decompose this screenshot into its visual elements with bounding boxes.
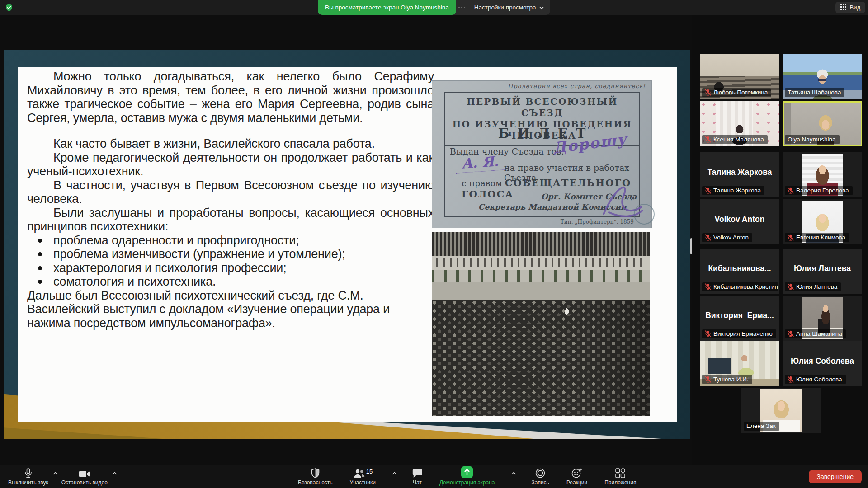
toolbar-button-microphone[interactable]: Выключить звук [6, 465, 50, 488]
participants-count-badge: 15 [366, 468, 373, 475]
participant-name-label: Ксения Малянова [702, 135, 768, 144]
security-shield-icon [5, 3, 14, 12]
participant-name-label: Юлия Соболева [785, 375, 846, 384]
participant-tile[interactable]: Анна Шаманина [783, 296, 862, 341]
slide-paragraph: Были заслушаны и проработаны вопросы, ка… [27, 206, 434, 234]
participant-name-label: Olya Naymushina [785, 135, 840, 144]
participant-tile[interactable]: Любовь Потемкина [700, 54, 779, 99]
participant-tile[interactable]: Валерия Горелова [783, 152, 862, 197]
participant-tile[interactable]: Юлия СоболеваЮлия Соболева [783, 341, 862, 386]
toolbar-button-label: Выключить звук [8, 480, 48, 485]
shield-icon [311, 468, 320, 478]
participant-name-label: Любовь Потемкина [702, 88, 771, 97]
participant-tile[interactable]: Татьяна Шабанова [783, 54, 862, 99]
participant-tile[interactable]: Кибальникова...Кибальникова Кристина [700, 249, 779, 294]
toolbar-button-reactions[interactable]: Реакции [565, 465, 589, 488]
toolbar-button-label: Участники [350, 480, 376, 485]
mic-off-icon [705, 376, 711, 383]
participant-name-text: Olya Naymushina [788, 136, 836, 143]
participant-display-name: Юлия Лаптева [783, 264, 862, 273]
participant-name-text: Талина Жаркова [713, 187, 761, 194]
congress-ticket-image: Пролетарии всех стран, соединяйтесь! ПЕР… [432, 80, 652, 228]
participant-name-text: Елена Зак [746, 422, 776, 429]
chevron-up-icon[interactable] [112, 472, 117, 475]
slide-bullet-item: характерология и психология профессии; [27, 261, 434, 275]
toolbar-button-label: Запись [532, 480, 549, 485]
shared-screen-slide: Можно только догадываться, как нелегко б… [4, 50, 690, 439]
view-button[interactable]: Вид [835, 2, 865, 13]
apps-icon [615, 468, 625, 478]
record-icon [535, 468, 545, 478]
photo-balcony-rows [432, 232, 650, 256]
participant-display-name: Кибальникова... [700, 264, 779, 273]
participant-tile[interactable]: Olya Naymushina [783, 101, 862, 146]
share-notification-bar: Вы просматриваете экран Olya Naymushina … [318, 0, 550, 15]
participant-tile[interactable]: Елена Зак [741, 388, 821, 433]
microphone-icon [24, 468, 32, 478]
participant-tile[interactable]: Volkov AntonVolkov Anton [700, 199, 779, 244]
participant-name-text: Юлия Лаптева [796, 283, 837, 290]
slide-paragraph: Дальше был Всесоюзный психотехнический с… [27, 289, 434, 330]
participant-tile[interactable]: Юлия ЛаптеваЮлия Лаптева [783, 249, 862, 294]
toolbar-button-chat[interactable]: Чат [410, 465, 424, 488]
view-settings-button[interactable]: Настройки просмотра [468, 0, 551, 15]
photo-stage-wall [432, 282, 650, 300]
toolbar-button-camera[interactable]: Остановить видео [60, 465, 109, 488]
toolbar-button-participants[interactable]: 15Участники [348, 465, 377, 488]
participant-tile[interactable]: Тушева И.И. [700, 341, 779, 386]
participant-name-text: Анна Шаманина [796, 330, 842, 337]
bottom-toolbar: Выключить звукОстановить видео Безопасно… [0, 465, 868, 488]
participant-name-label: Елена Зак [744, 422, 779, 431]
toolbar-center-group: Безопасность15УчастникиЧатДемонстрация э… [296, 465, 638, 488]
participant-name-text: Евгения Климова [796, 234, 845, 241]
mic-off-icon [705, 330, 711, 337]
chevron-up-icon[interactable] [511, 472, 516, 475]
participant-name-label: Валерия Горелова [785, 186, 853, 195]
slide-paragraph: Кроме педагогической деятельности он про… [27, 151, 434, 178]
participant-name-text: Виктория Ермаченко [713, 330, 773, 337]
participant-name-text: Тушева И.И. [713, 376, 749, 383]
grid-view-icon [840, 4, 846, 11]
end-meeting-button[interactable]: Завершение [809, 470, 862, 483]
participant-name-label: Тушева И.И. [702, 375, 752, 384]
participant-tile[interactable]: Ксения Малянова [700, 101, 779, 146]
slide-paragraph: В частности, участвуя в Первом Всесоюзно… [27, 178, 434, 206]
slide-bullet-list: проблема одаренности и профпригодности;п… [27, 234, 434, 289]
participant-display-name: Volkov Anton [700, 215, 779, 224]
participant-name-label: Юлия Лаптева [785, 282, 841, 291]
participant-tile[interactable]: Талина ЖарковаТалина Жаркова [700, 152, 779, 197]
toolbar-button-screen-share[interactable]: Демонстрация экрана [438, 465, 497, 488]
toolbar-button-label: Чат [413, 480, 422, 485]
participants-panel: Любовь ПотемкинаТатьяна ШабановаКсения М… [692, 15, 868, 465]
toolbar-button-label: Приложения [604, 480, 636, 485]
participant-name-text: Юлия Соболева [796, 376, 842, 383]
slide-content-panel: Можно только догадываться, как нелегко б… [18, 67, 677, 422]
participant-name-label: Талина Жаркова [702, 186, 764, 195]
mic-off-icon [705, 136, 711, 143]
participant-name-text: Volkov Anton [713, 234, 749, 241]
participant-name-label: Евгения Климова [785, 233, 849, 242]
participant-name-text: Татьяна Шабанова [788, 89, 841, 96]
participant-display-name: Талина Жаркова [700, 168, 779, 177]
slide-bullet-item: соматология и психотехника. [27, 275, 434, 289]
ticket-handwritten-initials: А. Я. [455, 153, 506, 174]
participant-name-label: Анна Шаманина [785, 329, 846, 338]
participant-display-name: Юлия Соболева [783, 357, 862, 366]
drag-handle-icon[interactable] [456, 0, 468, 15]
toolbar-button-record[interactable]: Запись [530, 465, 551, 488]
ticket-print-line: Тип. „Профинтерн“. 1859 [561, 219, 634, 225]
congress-hall-photo [432, 232, 650, 416]
participants-icon: 15 [354, 468, 365, 478]
participant-display-name: Виктория Ерма... [700, 311, 779, 320]
participant-tile[interactable]: Евгения Климова [783, 199, 862, 244]
slide-text-column: Можно только догадываться, как нелегко б… [27, 70, 434, 330]
participant-tile[interactable]: Виктория Ерма...Виктория Ермаченко [700, 296, 779, 341]
participant-name-text: Ксения Малянова [713, 136, 764, 143]
chevron-up-icon[interactable] [392, 472, 397, 475]
mic-off-icon [788, 376, 794, 383]
toolbar-button-apps[interactable]: Приложения [603, 465, 638, 488]
toolbar-button-shield[interactable]: Безопасность [296, 465, 335, 488]
participant-name-label: Виктория Ермаченко [702, 329, 776, 338]
chevron-up-icon[interactable] [53, 472, 58, 475]
mic-off-icon [788, 330, 794, 337]
